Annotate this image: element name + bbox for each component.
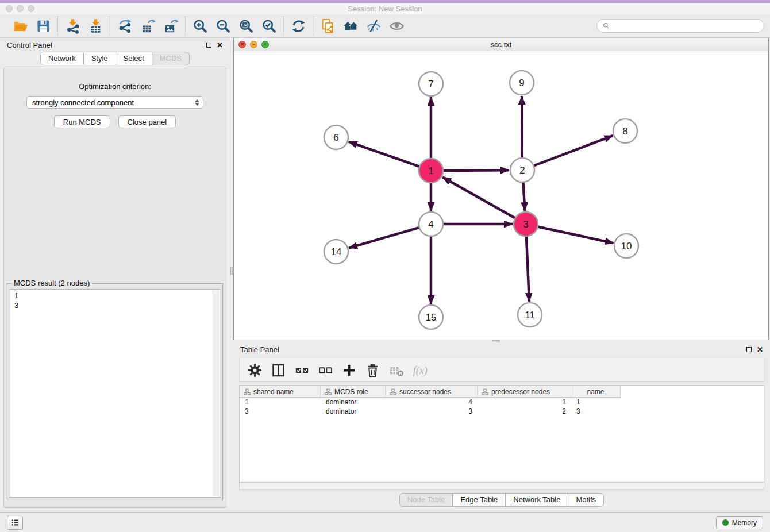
tab-network-table[interactable]: Network Table — [505, 493, 568, 507]
graph-node-6[interactable]: 6 — [324, 125, 348, 149]
network-document-button[interactable] — [318, 17, 337, 35]
zoom-in-button[interactable] — [191, 17, 209, 35]
table-horizontal-scrollbar[interactable] — [239, 483, 764, 490]
network-graph[interactable]: 7968124314101511 — [234, 51, 767, 340]
graph-node-11[interactable]: 11 — [518, 303, 542, 327]
search-field[interactable] — [596, 19, 764, 33]
graph-node-8[interactable]: 8 — [613, 119, 637, 143]
table-cell[interactable]: 1 — [478, 398, 571, 407]
graph-edge-3-10[interactable] — [537, 226, 614, 243]
tab-select[interactable]: Select — [116, 52, 152, 65]
table-cell[interactable]: 2 — [478, 407, 571, 416]
control-panel-title: Control Panel — [7, 41, 52, 49]
graph-node-1[interactable]: 1 — [419, 159, 443, 183]
float-panel-icon[interactable] — [746, 347, 752, 352]
file-group — [6, 17, 57, 35]
zoom-fit-button[interactable] — [237, 17, 255, 35]
float-panel-icon[interactable] — [206, 43, 211, 48]
table-cell[interactable]: dominator — [321, 398, 386, 407]
column-header-predecessor-nodes[interactable]: predecessor nodes — [478, 386, 571, 397]
divider-grip-icon[interactable] — [230, 267, 233, 275]
network-maximize-icon[interactable]: + — [261, 41, 269, 48]
tab-node-table[interactable]: Node Table — [399, 493, 453, 507]
network-close-icon[interactable]: ✕ — [238, 41, 246, 48]
graph-edge-2-3[interactable] — [523, 181, 525, 211]
close-panel-icon[interactable]: ✕ — [217, 41, 223, 49]
table-cell[interactable]: 4 — [386, 398, 478, 407]
criterion-dropdown[interactable]: strongly connected component — [26, 96, 203, 109]
graph-node-2[interactable]: 2 — [510, 158, 534, 182]
run-mcds-button[interactable]: Run MCDS — [54, 115, 110, 128]
graph-node-10[interactable]: 10 — [614, 234, 638, 258]
minimize-window-icon[interactable] — [17, 5, 24, 12]
import-table-button[interactable] — [86, 17, 105, 35]
select-all-columns-button[interactable] — [292, 361, 311, 379]
export-image-button[interactable] — [161, 17, 180, 35]
hide-graphics-details-button[interactable] — [364, 17, 383, 35]
graph-edge-3-1[interactable] — [442, 177, 516, 218]
column-header-successor-nodes[interactable]: successor nodes — [386, 386, 478, 397]
graph-edge-3-11[interactable] — [526, 235, 529, 302]
close-panel-icon[interactable]: ✕ — [757, 346, 763, 353]
refresh-view-button[interactable] — [289, 17, 307, 35]
export-table-button[interactable] — [138, 17, 157, 35]
memory-button[interactable]: Memory — [716, 516, 763, 529]
graph-edge-2-8[interactable] — [533, 136, 613, 166]
table-cell[interactable]: 3 — [386, 407, 478, 416]
network-minimize-icon[interactable]: − — [250, 41, 257, 48]
open-session-button[interactable] — [11, 17, 29, 35]
table-cell[interactable]: dominator — [321, 407, 386, 416]
tab-style[interactable]: Style — [83, 52, 116, 65]
graph-edge-2-9[interactable] — [522, 96, 522, 159]
node-table[interactable]: shared nameMCDS rolesuccessor nodesprede… — [239, 385, 764, 483]
search-input[interactable] — [614, 22, 759, 30]
home-button[interactable] — [341, 17, 360, 35]
network-canvas[interactable]: 7968124314101511 — [234, 51, 768, 340]
table-row[interactable]: 1dominator411 — [240, 398, 764, 407]
show-graphics-details-button[interactable] — [387, 17, 406, 35]
task-history-button[interactable] — [7, 516, 23, 530]
settings-gear-button[interactable] — [245, 361, 264, 379]
column-header-shared-name[interactable]: shared name — [240, 386, 321, 397]
column-header-mcds-role[interactable]: MCDS role — [321, 386, 386, 397]
graph-node-15[interactable]: 15 — [419, 305, 443, 329]
table-cell[interactable]: 3 — [571, 407, 621, 416]
delete-columns-button[interactable] — [363, 361, 382, 379]
column-header-name[interactable]: name — [571, 386, 621, 397]
import-network-button[interactable] — [63, 17, 82, 35]
graph-node-3[interactable]: 3 — [514, 212, 538, 236]
maximize-window-icon[interactable] — [28, 5, 34, 12]
tab-mcds[interactable]: MCDS — [152, 52, 190, 65]
tab-network[interactable]: Network — [40, 52, 84, 65]
graph-node-4[interactable]: 4 — [419, 212, 443, 236]
unselect-all-columns-button[interactable] — [316, 361, 334, 379]
table-cell[interactable]: 1 — [240, 398, 321, 407]
split-divider-horizontal[interactable] — [233, 340, 770, 342]
zoom-out-button[interactable] — [214, 17, 232, 35]
mcds-result-text[interactable]: 13 — [10, 289, 220, 498]
toggle-columns-button[interactable] — [269, 361, 287, 379]
export-table-icon — [140, 18, 156, 34]
table-cell[interactable]: 1 — [571, 398, 621, 407]
table-row[interactable]: 3dominator323 — [240, 407, 764, 416]
divider-grip-icon[interactable] — [492, 340, 500, 342]
save-session-button[interactable] — [34, 17, 52, 35]
tab-motifs[interactable]: Motifs — [568, 493, 604, 507]
result-scrollbar[interactable] — [213, 290, 219, 496]
graph-node-9[interactable]: 9 — [510, 71, 534, 95]
zoom-selected-button[interactable] — [260, 17, 278, 35]
graph-edge-4-14[interactable] — [349, 227, 421, 248]
create-column-button[interactable] — [340, 361, 358, 379]
list-icon — [10, 518, 20, 527]
table-cell[interactable]: 3 — [240, 407, 321, 416]
close-window-icon[interactable] — [6, 5, 13, 12]
graph-node-7[interactable]: 7 — [419, 72, 443, 96]
save-session-icon — [36, 18, 51, 34]
graph-edge-1-2[interactable] — [442, 170, 509, 171]
export-network-button[interactable] — [116, 17, 134, 35]
graph-edge-1-6[interactable] — [349, 142, 421, 167]
close-panel-button[interactable]: Close panel — [118, 115, 176, 128]
graph-node-14[interactable]: 14 — [324, 240, 348, 264]
split-divider-vertical[interactable] — [230, 38, 233, 512]
tab-edge-table[interactable]: Edge Table — [452, 493, 506, 507]
